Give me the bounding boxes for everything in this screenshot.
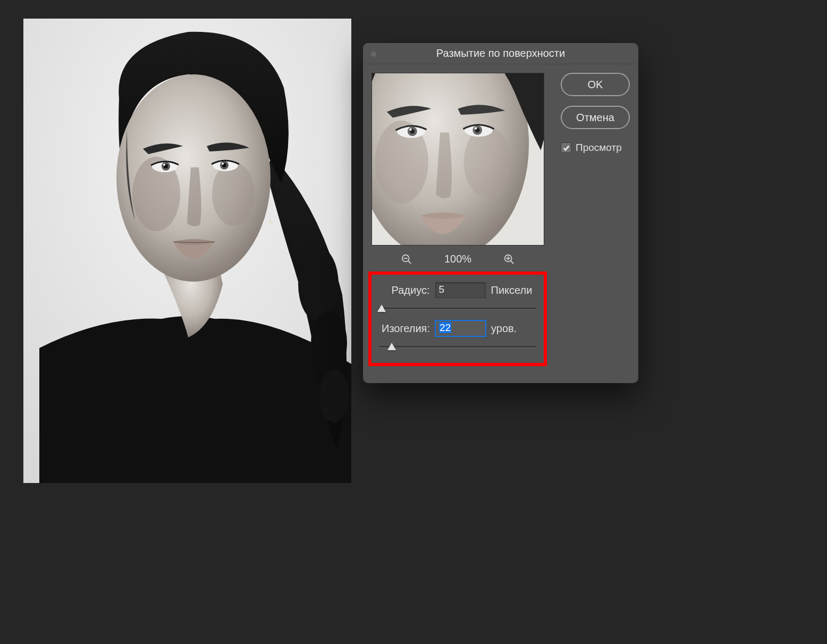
svg-point-2 (311, 311, 347, 375)
svg-point-23 (409, 129, 411, 131)
portrait-placeholder (23, 19, 351, 483)
svg-line-32 (511, 260, 514, 264)
threshold-unit: уров. (491, 323, 534, 335)
svg-point-6 (212, 162, 255, 226)
check-icon (562, 144, 570, 152)
radius-input[interactable]: 5 (435, 282, 486, 298)
svg-point-27 (475, 127, 477, 129)
window-close-dot[interactable] (370, 51, 377, 57)
radius-label: Радиус: (382, 284, 430, 296)
highlighted-controls: Радиус: 5 Пиксели Изогелия: 22 уров. (368, 272, 547, 366)
radius-slider[interactable] (379, 303, 536, 314)
svg-point-15 (268, 219, 274, 224)
zoom-in-icon[interactable] (503, 253, 515, 265)
threshold-slider-thumb[interactable] (387, 343, 396, 350)
svg-point-19 (464, 126, 511, 198)
radius-unit: Пиксели (491, 284, 534, 296)
filter-preview[interactable] (372, 73, 544, 245)
svg-point-1 (298, 247, 339, 321)
preview-image (372, 73, 544, 245)
radius-slider-thumb[interactable] (377, 304, 386, 312)
document-canvas[interactable] (23, 19, 351, 483)
ok-button[interactable]: OK (561, 73, 630, 96)
threshold-label: Изогелия: (382, 323, 430, 335)
dialog-titlebar[interactable]: Размытие по поверхности (363, 43, 638, 64)
threshold-input[interactable]: 22 (435, 320, 486, 336)
cancel-button[interactable]: Отмена (561, 106, 630, 129)
dialog-title: Размытие по поверхности (436, 47, 565, 60)
preview-checkbox[interactable] (561, 142, 571, 153)
svg-point-14 (222, 163, 224, 165)
zoom-out-icon[interactable] (401, 253, 412, 265)
zoom-level: 100% (444, 253, 471, 265)
threshold-slider[interactable] (379, 342, 536, 352)
preview-checkbox-label: Просмотр (576, 142, 622, 154)
svg-point-3 (319, 369, 349, 422)
svg-line-29 (408, 260, 411, 264)
surface-blur-dialog: Размытие по поверхности (363, 43, 638, 383)
svg-point-10 (163, 164, 165, 166)
